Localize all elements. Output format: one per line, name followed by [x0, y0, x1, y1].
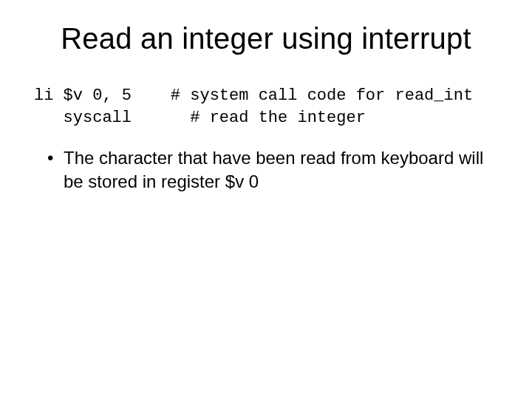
- code-line-2: syscall # read the integer: [34, 109, 366, 127]
- code-block: li $v 0, 5 # system call code for read_i…: [34, 85, 502, 129]
- slide-title: Read an integer using interrupt: [30, 22, 502, 55]
- code-line-1: li $v 0, 5 # system call code for read_i…: [34, 86, 473, 105]
- bullet-item: The character that have been read from k…: [47, 146, 502, 192]
- bullet-list: The character that have been read from k…: [47, 146, 502, 192]
- slide: Read an integer using interrupt li $v 0,…: [0, 0, 532, 399]
